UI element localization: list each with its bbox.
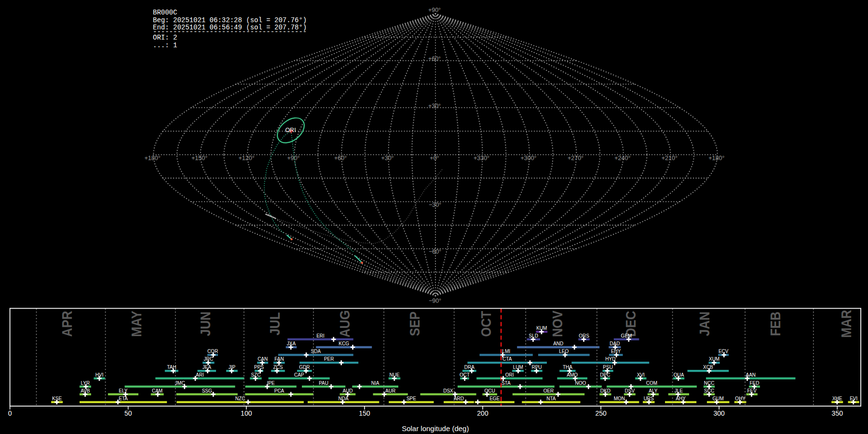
svg-text:+300°: +300° [520,155,536,162]
svg-text:250: 250 [595,409,607,417]
svg-text:+90°: +90° [428,7,441,14]
svg-text:+30°: +30° [428,103,441,109]
svg-text:NUE: NUE [389,372,399,378]
svg-text:ORI: ORI [505,372,514,378]
svg-text:GDR: GDR [299,365,310,370]
svg-text:NDA: NDA [339,396,349,401]
svg-text:SCC: SCC [704,388,714,393]
svg-text:ECV: ECV [719,349,729,354]
svg-text:LYR: LYR [81,380,90,386]
svg-text:STA: STA [502,380,511,386]
svg-text:ORS: ORS [579,333,589,339]
svg-text:GUM: GUM [713,396,724,401]
svg-text:DPC: DPC [600,372,610,378]
svg-text:PER: PER [324,356,334,362]
svg-text:SPE: SPE [407,396,416,401]
svg-text:RPU: RPU [531,365,542,370]
svg-text:300: 300 [714,409,725,417]
svg-text:OCT: OCT [478,311,494,337]
svg-text:AHY: AHY [676,396,686,401]
svg-text:ORI: ORI [285,127,296,134]
svg-text:EVI: EVI [850,396,857,401]
svg-text:OHY: OHY [735,396,746,401]
svg-text:KSE: KSE [52,396,62,401]
svg-text:DSX: DSX [443,388,453,393]
svg-text:COM: COM [646,380,657,386]
svg-text:ZCS: ZCS [273,365,283,370]
svg-text:FEB: FEB [767,312,783,336]
svg-text:NTA: NTA [546,396,556,401]
svg-text:EGE: EGE [489,396,500,401]
svg-text:EHY: EHY [611,349,621,354]
svg-text:ERI: ERI [316,333,325,339]
svg-text:PPS: PPS [254,365,264,370]
svg-text:JUN: JUN [197,312,213,336]
svg-text:NCC: NCC [704,380,715,386]
svg-text:MAR: MAR [838,310,854,338]
svg-text:SSG: SSG [202,388,212,393]
svg-text:0: 0 [8,409,12,417]
svg-text:ORI: 2: ORI: 2 [153,34,177,41]
svg-text:URS: URS [644,396,654,401]
svg-text:NIA: NIA [371,380,380,386]
svg-text:+150°: +150° [191,155,207,162]
svg-text:...: 1: ...: 1 [153,41,177,49]
svg-text:DKD: DKD [600,388,610,393]
svg-text:JLE: JLE [675,388,683,393]
svg-text:ELY: ELY [119,388,127,393]
svg-text:SDA: SDA [311,349,321,354]
svg-text:CAP: CAP [294,372,304,378]
svg-text:AVB: AVB [81,388,90,393]
svg-text:KCG: KCG [339,341,349,346]
svg-text:LEO: LEO [559,349,569,354]
svg-text:AUG: AUG [337,310,353,338]
svg-text:AUR: AUR [385,388,395,393]
svg-text:APR: APR [59,311,75,337]
svg-text:PSU: PSU [603,365,613,370]
svg-text:FED: FED [750,380,760,386]
svg-text:350: 350 [832,409,843,417]
svg-text:+180°: +180° [145,155,161,162]
svg-text:IPE: IPE [267,380,275,386]
svg-text:GEM: GEM [621,333,632,339]
svg-text:MON: MON [614,396,625,401]
svg-text:THA: THA [563,365,572,370]
svg-text:HVI: HVI [95,372,104,378]
svg-text:JUL: JUL [267,312,283,335]
svg-text:AND: AND [553,341,563,346]
svg-text:XHE: XHE [832,396,842,401]
svg-text:Solar longitude (deg): Solar longitude (deg) [402,424,469,433]
svg-text:JXA: JXA [287,341,296,346]
svg-text:+90°: +90° [287,155,299,162]
svg-text:+60°: +60° [428,55,441,62]
svg-text:JMC: JMC [175,380,185,386]
svg-text:+0°: +0° [430,155,439,162]
svg-text:AAN: AAN [746,372,756,378]
svg-text:50: 50 [124,409,132,417]
svg-text:+240°: +240° [614,155,630,162]
svg-text:+30°: +30° [381,155,393,162]
svg-text:−30°: −30° [429,202,441,208]
svg-text:ALY: ALY [649,388,657,393]
svg-text:+120°: +120° [239,155,255,162]
svg-text:ETA: ETA [119,396,128,401]
svg-text:HYD: HYD [605,356,615,362]
svg-text:AMO: AMO [567,372,578,378]
svg-text:+60°: +60° [334,155,347,162]
svg-text:XUM: XUM [709,356,719,362]
svg-text:MAY: MAY [128,311,144,337]
svg-text:FEV: FEV [747,388,757,393]
svg-text:FAN: FAN [274,356,284,362]
svg-text:OCU: OCU [485,388,495,393]
svg-text:+330°: +330° [474,155,489,162]
svg-text:+270°: +270° [568,155,583,162]
svg-text:JRC: JRC [203,356,213,362]
svg-text:QUA: QUA [674,372,684,378]
svg-text:LUM: LUM [513,365,523,370]
svg-text:NOO: NOO [575,380,586,386]
svg-text:100: 100 [241,409,252,417]
svg-text:150: 150 [359,409,370,417]
svg-text:NZC: NZC [235,396,245,401]
svg-text:−90°: −90° [429,298,441,304]
svg-text:−60°: −60° [429,248,441,255]
